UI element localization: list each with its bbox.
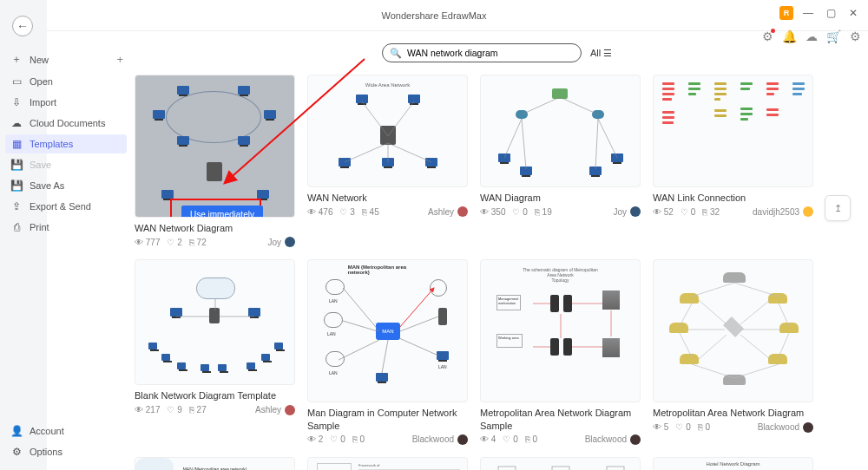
sidebar-item-saveas[interactable]: 💾 Save As (5, 176, 127, 195)
avatar (285, 237, 295, 247)
plus-icon[interactable]: + (116, 53, 123, 66)
svg-line-15 (399, 288, 434, 328)
titlebar: Wondershare EdrawMax R — ▢ ✕ (0, 0, 868, 31)
new-icon: ＋ (10, 52, 23, 67)
card-title: WAN Network (307, 192, 468, 204)
template-card[interactable]: Metropolitan Area Network Diagram 👁 5 ♡ … (653, 259, 813, 445)
svg-line-6 (560, 97, 598, 114)
svg-line-16 (343, 321, 378, 331)
views-stat: 👁 217 (135, 405, 160, 415)
sidebar-item-open[interactable]: ▭ Open (5, 72, 127, 91)
filter-all[interactable]: All ☰ (590, 48, 612, 59)
network-diagram-preview (135, 260, 294, 384)
template-card[interactable]: Use immediately WAN Network Diagram 👁 77… (135, 75, 295, 247)
template-card[interactable]: MAN (Metropolitan area network) MAN LAN … (307, 259, 468, 445)
template-card[interactable]: Framework of (307, 457, 468, 470)
close-button[interactable]: ✕ (845, 5, 861, 21)
sidebar-item-label: Import (30, 97, 56, 108)
card-meta: 👁 217 ♡ 9 ⎘ 27 Ashley (135, 405, 295, 415)
scroll-top-button[interactable]: ↥ (825, 195, 851, 221)
network-diagram-preview (135, 75, 294, 217)
svg-line-1 (388, 101, 414, 136)
avatar (457, 206, 468, 217)
svg-line-18 (339, 340, 379, 360)
card-meta: 👁 476 ♡ 3 ⎘ 45 Ashley (307, 206, 468, 217)
template-card[interactable]: Blank Network Diagram Template 👁 217 ♡ 9… (135, 259, 295, 445)
template-card[interactable]: WAN Link Connection 👁 52 ♡ 0 ⎘ 32 davidj… (653, 75, 813, 247)
card-title: WAN Diagram (480, 192, 641, 204)
template-card[interactable]: WAN Diagram 👁 350 ♡ 0 ⎘ 19 Joy (480, 75, 641, 247)
svg-rect-22 (552, 467, 569, 470)
use-immediately-button[interactable]: Use immediately (181, 206, 263, 218)
sidebar-item-label: Export & Send (30, 201, 91, 212)
template-card[interactable]: The schematic diagram of Metropolitan Ar… (480, 259, 641, 445)
filter-label: All (590, 48, 601, 58)
bell-icon[interactable]: 🔔 (782, 29, 797, 43)
views-stat: 👁 476 (307, 207, 332, 217)
thumbnail: MAN (Metropolitan area network) (135, 457, 295, 470)
avatar (630, 206, 641, 217)
thumbnail: Use immediately (135, 75, 295, 218)
template-grid: Use immediately WAN Network Diagram 👁 77… (135, 75, 859, 470)
thumbnail (653, 259, 813, 402)
likes-stat: ♡ 9 (167, 405, 181, 415)
author-name: Joy (267, 238, 281, 247)
copies-stat: ⎘ 45 (362, 207, 379, 217)
print-icon: ⎙ (10, 221, 23, 233)
thumbnail (135, 259, 295, 385)
avatar (285, 405, 295, 415)
template-card[interactable]: MAN (Metropolitan area network) (135, 457, 295, 470)
copies-stat: ⎘ 72 (189, 238, 207, 247)
search-box[interactable]: 🔍 (382, 43, 582, 62)
maximize-button[interactable]: ▢ (823, 5, 838, 21)
back-button[interactable]: ← (12, 16, 33, 36)
templates-icon: ▦ (10, 138, 23, 150)
svg-line-5 (522, 97, 560, 114)
minimize-button[interactable]: — (800, 5, 816, 21)
template-card[interactable]: Wide Area Network WAN Network 👁 476 ♡ 3 … (307, 75, 468, 247)
search-input[interactable] (407, 48, 574, 58)
sidebar-item-import[interactable]: ⇩ Import (5, 93, 127, 112)
card-meta: 👁 350 ♡ 0 ⎘ 19 Joy (480, 206, 641, 217)
sidebar-item-templates[interactable]: ▦ Templates (5, 134, 127, 153)
import-icon: ⇩ (10, 96, 23, 108)
export-icon: ⇪ (10, 200, 23, 212)
card-title: Man Diagram in Computer Network Sample (307, 407, 468, 432)
cart-icon[interactable]: 🛒 (826, 29, 841, 43)
svg-line-4 (388, 143, 431, 162)
thumbnail: Framework of (307, 457, 468, 470)
copies-stat: ⎘ 27 (189, 405, 207, 415)
sidebar-item-new[interactable]: ＋ New + (5, 49, 127, 70)
save-icon: 💾 (10, 159, 23, 171)
template-card[interactable] (480, 457, 641, 470)
template-card[interactable]: Hotel Network Diagram (653, 457, 813, 470)
network-diagram-preview (654, 260, 812, 401)
user-badge[interactable]: R (779, 6, 793, 20)
svg-rect-23 (607, 467, 624, 470)
copies-stat: ⎘ 0 (525, 434, 537, 444)
svg-rect-21 (498, 467, 516, 470)
thumbnail (653, 75, 813, 187)
likes-stat: ♡ 3 (339, 207, 354, 217)
sidebar-item-account[interactable]: 👤 Account (5, 421, 127, 441)
author-name: davidjh2503 (753, 207, 799, 217)
cloud-icon: ☁ (10, 117, 23, 129)
sidebar-item-label: Save As (30, 180, 64, 191)
card-meta: 👁 2 ♡ 0 ⎘ 0 Blackwood (307, 434, 468, 445)
sidebar-item-print[interactable]: ⎙ Print (5, 218, 127, 237)
svg-line-14 (343, 288, 379, 331)
sidebar-item-label: Options (30, 447, 62, 457)
sidebar-item-cloud[interactable]: ☁ Cloud Documents (5, 114, 127, 133)
cloud-icon[interactable]: ☁ (806, 29, 818, 43)
sidebar-item-label: Print (30, 222, 49, 232)
author-name: Blackwood (412, 434, 454, 444)
likes-stat: ♡ 0 (512, 207, 527, 217)
svg-line-8 (522, 119, 526, 169)
settings-icon[interactable]: ⚙ (850, 29, 861, 43)
svg-line-2 (345, 143, 388, 162)
sidebar-bottom: 👤 Account ⚙ Options (5, 421, 127, 463)
svg-line-17 (400, 317, 438, 331)
sidebar-item-export[interactable]: ⇪ Export & Send (5, 197, 127, 216)
gift-icon[interactable]: ⚙ (762, 29, 773, 43)
sidebar-item-options[interactable]: ⚙ Options (5, 442, 127, 461)
